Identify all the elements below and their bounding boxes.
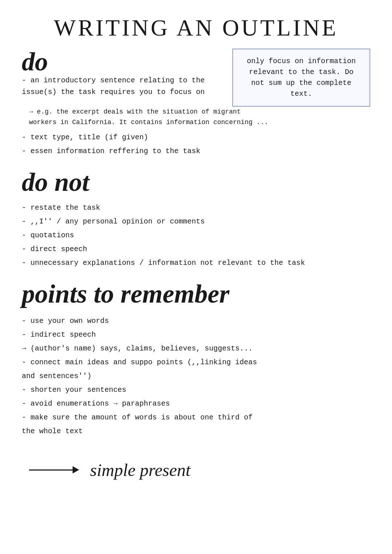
list-item: - indirect speech	[22, 328, 370, 342]
list-item: - connect main ideas and suppo points (,…	[22, 356, 370, 369]
list-item: - shorten your sentences	[22, 383, 370, 397]
list-item: - avoid enumerations → paraphrases	[22, 397, 370, 411]
list-item: - essen information reffering to the tas…	[22, 144, 370, 158]
do-list: - text type, title (if given) - essen in…	[22, 131, 370, 158]
list-item: - make sure the amount of words is about…	[22, 411, 370, 424]
do-not-list: - restate the task - ,,I'' / any persona…	[22, 201, 370, 270]
list-item: → (author's name) says, claims, believes…	[22, 342, 370, 356]
do-example: → e.g. the excerpt deals with the situat…	[22, 107, 370, 128]
list-item: - quotations	[22, 229, 370, 242]
list-item: the whole text	[22, 424, 370, 438]
list-item: - ,,I'' / any personal opinion or commen…	[22, 215, 370, 229]
bottom-section: simple present	[22, 460, 370, 480]
do-not-heading: do not	[22, 169, 370, 195]
do-intro-text: - an introductory sentence relating to t…	[22, 75, 205, 98]
points-list: - use your own words - indirect speech →…	[22, 314, 370, 438]
do-heading: do	[22, 49, 194, 75]
list-item: - unnecessary explanations / information…	[22, 256, 370, 270]
list-item: - direct speech	[22, 242, 370, 256]
list-item: and sentences'')	[22, 369, 370, 383]
arrow-line	[29, 469, 73, 471]
page-title: WRITING AN OUTLINE	[22, 15, 370, 41]
points-heading: points to remember	[22, 281, 370, 307]
long-arrow	[29, 466, 79, 473]
list-item: - text type, title (if given)	[22, 131, 370, 144]
callout-box: only focus on information relevant to th…	[232, 49, 370, 107]
list-item: - use your own words	[22, 314, 370, 328]
arrow-head-icon	[73, 466, 79, 473]
tense-label: simple present	[90, 460, 191, 480]
list-item: - restate the task	[22, 201, 370, 215]
